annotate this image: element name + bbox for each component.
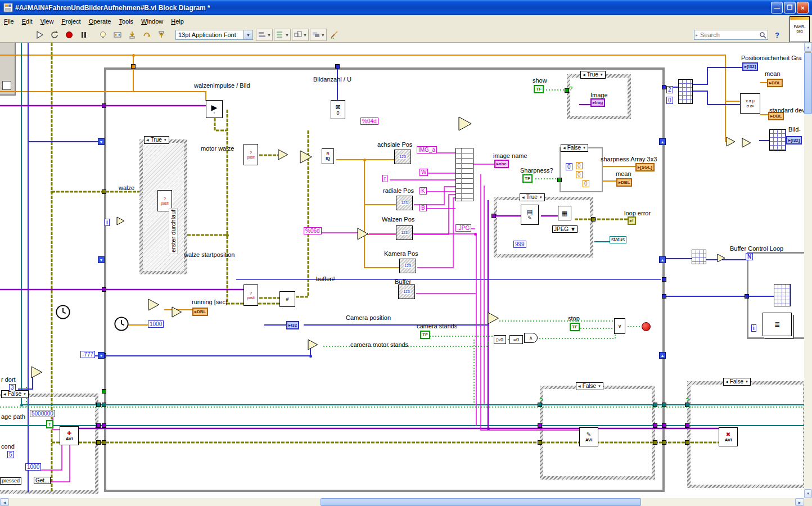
case-save-image-selector[interactable]: ◀True▼	[520, 193, 545, 201]
avi-close-node[interactable]: ✖AVI	[719, 427, 738, 446]
case-show-image-selector[interactable]: ◀True▼	[580, 71, 606, 79]
equal-zero-node[interactable]: =0	[509, 335, 523, 344]
positionsicherheit-indicator[interactable]: ▸[I32]	[742, 62, 758, 71]
sharpness-array-indicator[interactable]: ▸[SGL]	[635, 163, 655, 171]
constant-IMG_a[interactable]: IMG_a	[417, 146, 437, 153]
align-objects-button[interactable]: ▼	[256, 29, 273, 41]
search-box[interactable]: ▸	[694, 30, 768, 40]
position-vi-3[interactable]: ?posit	[243, 284, 258, 306]
shift-register-0[interactable]: ▼	[98, 138, 105, 145]
shift-register-5[interactable]: ▲	[659, 352, 666, 359]
maximize-button[interactable]: ❐	[784, 2, 796, 13]
case-save-image[interactable]	[494, 197, 593, 257]
tick-count-node-2[interactable]	[114, 316, 129, 332]
close-button[interactable]: ×	[797, 2, 809, 13]
buffer-pos-node[interactable]: 123	[398, 284, 415, 299]
quotient-remainder-node[interactable]: RIQ	[322, 148, 334, 164]
vertical-scrollbar[interactable]: ▲ ▼	[804, 43, 812, 498]
step-into-button[interactable]	[125, 29, 139, 41]
case-avi-write-selector[interactable]: ◀False▼	[576, 382, 603, 390]
constant-i[interactable]: i	[105, 219, 110, 226]
cleanup-diagram-button[interactable]	[328, 29, 341, 41]
vertical-scroll-thumb[interactable]	[804, 52, 812, 114]
case-avi-open-selector[interactable]: ◀False▼	[1, 390, 29, 398]
resize-objects-button[interactable]: ▼	[292, 29, 309, 41]
menu-help[interactable]: Help	[167, 16, 188, 26]
true-constant[interactable]: T	[46, 420, 53, 428]
stop-led-terminal[interactable]	[642, 322, 651, 331]
menu-edit[interactable]: Edit	[18, 16, 37, 26]
avi-write-node[interactable]: ✎AVI	[579, 427, 598, 446]
highlight-execution-button[interactable]	[96, 29, 110, 41]
shift-register-1[interactable]: ▼	[98, 256, 105, 263]
constant-5[interactable]: 5	[7, 451, 14, 458]
horizontal-scrollbar[interactable]: ◀ ▶	[0, 498, 804, 506]
case-erster-durchlauf-selector[interactable]: ◀True▼	[144, 136, 169, 144]
or-node[interactable]: ∨	[614, 318, 625, 334]
stop-terminal[interactable]: TF	[570, 323, 580, 331]
run-button[interactable]	[33, 29, 47, 41]
constant-1000[interactable]: 1000	[25, 463, 41, 471]
constant-3[interactable]: 3	[9, 384, 16, 391]
case-avi-close[interactable]	[687, 381, 806, 488]
constant-0[interactable]: 0	[666, 97, 673, 104]
constant-5000000[interactable]: 5000000	[30, 410, 55, 417]
motor-start-vi[interactable]: ▶▪	[206, 100, 223, 118]
constant-r[interactable]: r	[382, 175, 387, 182]
constant-0[interactable]: 0	[583, 180, 589, 187]
case-avi-close-selector[interactable]: ◀False▼	[723, 378, 751, 386]
case-sharpness-selector[interactable]: ◀False▼	[561, 144, 588, 152]
menu-operate[interactable]: Operate	[85, 16, 115, 26]
bild-indicator[interactable]: ▸[I32]	[786, 136, 802, 144]
menu-view[interactable]: View	[37, 16, 58, 26]
constant-JPG[interactable]: .JPG	[455, 224, 471, 232]
constant-N[interactable]: N	[746, 253, 753, 260]
shift-register-4[interactable]: ▲	[659, 256, 666, 263]
constant-JPEG[interactable]: JPEG ▼	[552, 225, 578, 233]
menu-window[interactable]: Window	[137, 16, 167, 26]
scroll-left-button[interactable]: ◀	[0, 498, 9, 506]
buffer-array-node[interactable]	[774, 284, 791, 306]
shift-register-3[interactable]: ▲	[659, 138, 666, 145]
bild-quotient-vi[interactable]: ⊠0	[331, 100, 345, 119]
compare-node-1[interactable]: ▷0	[494, 335, 506, 344]
constant-1000[interactable]: 1000	[148, 320, 164, 328]
constant-06d[interactable]: %06d	[304, 227, 322, 234]
constant-999[interactable]: 999	[513, 241, 526, 248]
constant-i[interactable]: i	[751, 324, 756, 332]
scroll-up-button[interactable]: ▲	[804, 43, 812, 52]
camera-position-indicator[interactable]: ▸I32	[286, 321, 299, 329]
tick-count-node-1[interactable]	[55, 304, 71, 320]
font-selector-arrow[interactable]: ▼	[243, 30, 252, 39]
constant-Get[interactable]: Get...	[34, 477, 51, 484]
constant-0[interactable]: 0	[576, 162, 583, 169]
abort-button[interactable]	[62, 29, 76, 41]
run-continuous-button[interactable]	[48, 29, 61, 41]
stacked-buffers-node[interactable]: ≣	[763, 313, 792, 336]
constant-0[interactable]: 0	[566, 163, 572, 170]
search-input[interactable]	[699, 31, 759, 39]
write-image-vi[interactable]: ▤✎	[521, 205, 539, 225]
constant-04d[interactable]: %04d	[360, 118, 378, 125]
minimize-button[interactable]: —	[771, 2, 783, 13]
distribute-objects-button[interactable]: ▼	[274, 29, 291, 41]
search-chevron-icon[interactable]: ▸	[696, 33, 698, 38]
reorder-objects-button[interactable]: ▼	[310, 29, 327, 41]
loop-error-indicator[interactable]: ▸!	[628, 216, 636, 225]
pressed-label[interactable]: pressed	[0, 477, 21, 485]
status-indicator[interactable]: status	[610, 236, 626, 243]
sharpness-terminal[interactable]: TF	[522, 174, 533, 183]
menu-tools[interactable]: Tools	[115, 16, 137, 26]
avi-open-node[interactable]: ✚AVI	[60, 426, 79, 445]
search-split-node[interactable]: #	[279, 291, 295, 307]
build-array-node[interactable]	[769, 129, 786, 151]
step-out-button[interactable]	[155, 29, 168, 41]
mean-indicator[interactable]: ▸DBL	[767, 79, 783, 87]
and-node[interactable]: ∧	[524, 333, 538, 343]
scroll-down-button[interactable]: ▼	[804, 489, 812, 498]
running-sec-indicator[interactable]: ▸DBL	[192, 308, 208, 316]
menu-file[interactable]: File	[0, 16, 18, 26]
kamera-pos-node[interactable]: 123	[399, 259, 416, 273]
horizontal-scroll-thumb[interactable]	[321, 498, 641, 506]
image-name-indicator[interactable]: ▸abc	[494, 160, 509, 168]
